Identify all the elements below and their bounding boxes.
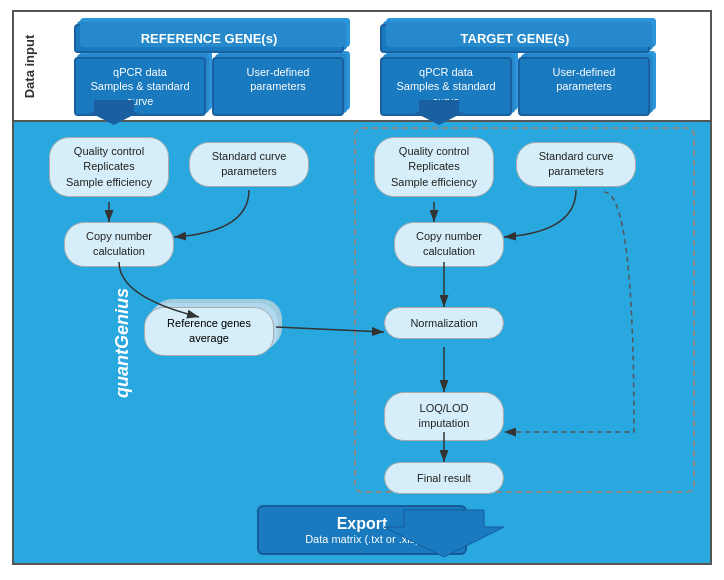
copy-ref-node: Copy numbercalculation — [64, 222, 174, 267]
svg-line-4 — [276, 327, 384, 332]
ref-gene-header: REFERENCE GENE(s) — [74, 24, 344, 53]
export-box: Export Data matrix (.txt or .xls) — [257, 505, 467, 555]
normalization-node: Normalization — [384, 307, 504, 339]
svg-marker-11 — [414, 100, 464, 125]
final-result-node: Final result — [384, 462, 504, 494]
target-user-box: User-defined parameters — [518, 57, 650, 116]
ref-avg-node: Reference genesaverage — [144, 307, 274, 356]
quant-genius-text: quantGenius — [112, 243, 133, 443]
data-input-text: Data input — [23, 34, 38, 98]
quant-section: quantGenius Quality controlReplicatesSam… — [14, 122, 710, 563]
loq-node: LOQ/LODimputation — [384, 392, 504, 441]
qc-target-node: Quality controlReplicatesSample efficien… — [374, 137, 494, 197]
copy-target-node: Copy numbercalculation — [394, 222, 504, 267]
ref-user-box: User-defined parameters — [212, 57, 344, 116]
export-title: Export — [275, 515, 449, 533]
qc-ref-node: Quality controlReplicatesSample efficien… — [49, 137, 169, 197]
diagram-container: Data input quantGenius Data input REFERE… — [12, 10, 712, 565]
std-ref-node: Standard curveparameters — [189, 142, 309, 187]
export-subtitle: Data matrix (.txt or .xls) — [275, 533, 449, 545]
target-gene-header: TARGET GENE(s) — [380, 24, 650, 53]
left-arrow-svg — [89, 100, 139, 125]
svg-marker-10 — [89, 100, 139, 125]
std-target-node: Standard curveparameters — [516, 142, 636, 187]
right-arrow-svg — [414, 100, 464, 125]
